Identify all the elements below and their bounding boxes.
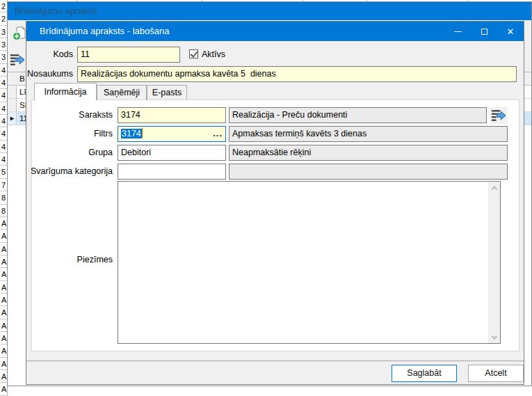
grid-cell: A	[0, 332, 7, 344]
filtrs-code-field[interactable]: 3174 ...	[118, 126, 226, 142]
nosaukums-label: Nosaukums	[27, 69, 73, 79]
filtrs-name: Apmaksas termiņš kavēts 3 dienas	[229, 127, 507, 141]
grupa-code-field[interactable]: Debitori	[118, 145, 226, 161]
grid-cell: 4	[0, 127, 7, 140]
saraksts-code: 3174	[118, 108, 225, 122]
grid-cell: A	[0, 255, 7, 268]
nosaukums-field[interactable]: Realizācijas dokumentu apmaksa kavēta 5 …	[77, 66, 517, 82]
tab-page-informacija: Saraksts 3174 Realizācija - Preču dokume…	[31, 100, 519, 351]
grid-cell: 4	[0, 115, 7, 127]
grid-cell: 4	[0, 141, 7, 153]
grid-cell: A	[0, 281, 7, 294]
svariguma-label: Svarīguma kategorija	[31, 166, 113, 176]
grid-cell: 4	[0, 153, 7, 166]
background-window-title: Brīdinājumu apraksti	[15, 2, 97, 20]
grid-cell: 4	[0, 89, 7, 102]
grid-cell: 7	[0, 179, 7, 191]
grid-cell: 4	[0, 77, 7, 89]
dialog-titlebar[interactable]: Brīdinājuma apraksts - labošana ✕	[26, 22, 524, 41]
grid-cell: A	[0, 243, 7, 255]
grid-cell: A	[0, 306, 7, 319]
list-arrow-icon	[10, 54, 24, 66]
button-panel-separator	[26, 361, 524, 361]
scroll-down-button[interactable]	[488, 331, 500, 343]
saraksts-name-field: Realizācija - Preču dokumenti	[229, 107, 487, 123]
grid-cell: 2	[0, 13, 7, 25]
row-selector-cell	[8, 86, 17, 98]
grid-cell: A	[0, 230, 7, 242]
row-selector-cell	[8, 99, 17, 111]
grid-cell: A	[0, 370, 7, 383]
maximize-icon	[481, 29, 487, 35]
aktivs-label: Aktīvs	[202, 49, 225, 59]
new-document-icon	[12, 26, 27, 41]
tab-informacija[interactable]: Informācija	[34, 83, 97, 100]
background-window-titlebar[interactable]: Brīdinājumu apraksti	[8, 2, 531, 20]
saraksts-label: Saraksts	[79, 110, 113, 120]
filtrs-code-selected: 3174	[121, 129, 142, 138]
grid-cell: A	[0, 268, 7, 280]
filtrs-label: Filtrs	[94, 129, 113, 138]
tab-label: Saņēmēji	[104, 88, 140, 97]
open-list-button[interactable]	[490, 107, 508, 124]
grid-cell: A	[0, 383, 7, 395]
saraksts-code-field[interactable]: 3174	[118, 107, 226, 123]
grid-cell: A	[0, 358, 7, 370]
piezimes-label: Piezīmes	[77, 255, 113, 264]
grid-cell: 3	[0, 26, 7, 38]
minimize-button[interactable]	[444, 22, 471, 41]
grid-cell: 2	[0, 0, 7, 13]
grid-cell: A	[0, 217, 7, 230]
maximize-button[interactable]	[471, 22, 497, 41]
grid-cell: 5	[0, 166, 7, 178]
piezimes-textarea[interactable]	[118, 181, 501, 344]
grid-cell: A	[0, 294, 7, 306]
grid-cell: A	[0, 344, 7, 357]
kods-field[interactable]: 11	[77, 47, 180, 63]
grid-cell: 4	[0, 102, 7, 115]
grupa-code: Debitori	[118, 145, 225, 160]
tab-label: E-pasts	[152, 88, 182, 97]
grid-cell: 8	[0, 205, 7, 217]
chevron-up-icon	[491, 186, 497, 191]
filter-picker-button[interactable]: ...	[213, 127, 223, 140]
select-list-button[interactable]	[10, 54, 26, 69]
kods-value: 11	[78, 47, 179, 62]
saraksts-name: Realizācija - Preču dokumenti	[229, 108, 486, 122]
new-record-button[interactable]	[12, 26, 27, 41]
grid-cell: 3	[0, 51, 7, 63]
kods-label: Kods	[54, 49, 74, 59]
close-icon: ✕	[507, 26, 515, 37]
list-arrow-icon	[492, 109, 506, 122]
filtrs-name-field: Apmaksas termiņš kavēts 3 dienas	[229, 126, 508, 142]
grid-cell: 4	[0, 64, 7, 77]
scroll-up-button[interactable]	[488, 182, 500, 193]
grupa-name: Neapmaksātie rēķini	[229, 145, 507, 160]
tab-sanemeji[interactable]: Saņēmēji	[97, 85, 147, 100]
grid-cell: 3	[0, 38, 7, 51]
grupa-name-field: Neapmaksātie rēķini	[229, 145, 508, 161]
chevron-down-icon	[491, 333, 497, 339]
grid-cell: 8	[0, 191, 7, 204]
nosaukums-value: Realizācijas dokumentu apmaksa kavēta 5 …	[78, 67, 516, 81]
close-button[interactable]: ✕	[497, 22, 524, 41]
grupa-label: Grupa	[88, 148, 113, 157]
tab-label: Informācija	[44, 87, 86, 97]
cancel-button[interactable]: Atcelt	[468, 365, 524, 382]
minimize-icon	[454, 31, 462, 32]
row-selector-cell: ►	[8, 112, 17, 125]
grid-header-cell: B	[19, 72, 25, 85]
vertical-scrollbar[interactable]	[488, 182, 500, 343]
save-button[interactable]: Saglabāt	[392, 365, 457, 382]
aktivs-checkbox[interactable]	[189, 49, 198, 58]
tab-epasts[interactable]: E-pasts	[147, 85, 187, 100]
grid-cell: A	[0, 319, 7, 332]
svariguma-name-field	[229, 164, 508, 180]
dialog-title: Brīdinājuma apraksts - labošana	[40, 22, 169, 41]
svariguma-code-field[interactable]	[118, 164, 226, 180]
edit-dialog: Brīdinājuma apraksts - labošana ✕ Kods 1…	[26, 21, 524, 385]
text-caret	[142, 128, 143, 138]
